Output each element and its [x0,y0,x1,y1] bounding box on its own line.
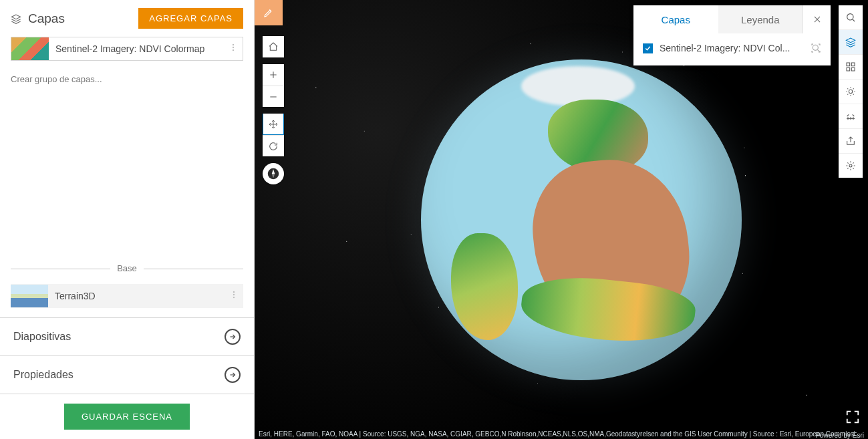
svg-point-3 [233,291,235,293]
left-panel-title: Capas [28,11,65,26]
attribution-text: Esri, HERE, Garmin, FAO, NOAA | Source: … [255,429,868,439]
basemap-thumbnail [11,285,48,307]
zoom-out-button[interactable] [263,86,284,107]
layer-name-label: Sentinel-2 Imagery: NDVI Colormap [49,43,224,54]
accordion-properties-label: Propiedades [13,369,74,381]
left-panel: Capas AGREGAR CAPAS Sentinel-2 Imagery: … [0,0,255,439]
daylight-button[interactable] [839,80,863,104]
svg-point-14 [849,164,852,167]
settings-button[interactable] [839,154,863,178]
create-layer-group-link[interactable]: Crear grupo de capas... [11,74,243,84]
basemap-gallery-button[interactable] [839,55,863,79]
edit-sketch-button[interactable] [255,0,283,25]
zoom-to-layer-button[interactable] [811,43,821,53]
globe[interactable] [421,59,742,380]
pan-button[interactable] [263,114,284,135]
layer-thumbnail [11,37,49,60]
compass-button[interactable] [263,163,284,184]
layers-rail-button[interactable] [839,30,863,54]
search-button[interactable] [839,5,863,29]
rotate-button[interactable] [263,135,284,156]
basemap-name-label: Terrain3D [48,291,225,301]
right-rail [839,5,863,178]
arrow-right-icon [225,329,241,345]
accordion-slides-label: Diapositivas [13,331,71,343]
left-panel-header: Capas AGREGAR CAPAS [0,0,254,37]
close-panel-button[interactable] [803,5,831,33]
zoom-in-button[interactable] [263,64,284,86]
svg-point-4 [233,294,235,295]
layer-visibility-checkbox[interactable] [643,43,653,53]
arrow-right-icon [225,367,241,383]
basemap-options-button[interactable] [225,290,243,302]
svg-rect-11 [847,67,850,71]
base-divider-label: Base [110,263,144,273]
fullscreen-button[interactable] [845,410,860,424]
measure-button[interactable] [839,104,863,128]
svg-rect-9 [847,63,850,66]
add-layers-button[interactable]: AGREGAR CAPAS [138,8,243,29]
layers-icon [11,13,21,24]
svg-point-13 [849,90,852,93]
accordion-properties[interactable]: Propiedades [0,355,254,394]
home-button[interactable] [263,36,284,57]
layer-options-button[interactable] [224,43,243,55]
tab-capas[interactable]: Capas [633,5,718,33]
accordion-slides[interactable]: Diapositivas [0,317,254,355]
powered-by-text: Powered by Esri [815,432,864,439]
scene-view[interactable]: Capas Leyenda Sentinel-2 Imagery: NDVI C… [255,0,868,439]
tab-leyenda[interactable]: Leyenda [718,5,803,33]
panel-layer-row[interactable]: Sentinel-2 Imagery: NDVI Col... [643,43,821,53]
panel-layer-label: Sentinel-2 Imagery: NDVI Col... [660,43,804,53]
svg-point-0 [233,44,234,45]
layer-row-sentinel2[interactable]: Sentinel-2 Imagery: NDVI Colormap [11,37,243,61]
svg-point-2 [233,49,234,51]
save-scene-button[interactable]: GUARDAR ESCENA [64,404,190,430]
svg-point-1 [233,47,234,48]
base-divider: Base [11,269,243,281]
basemap-row[interactable]: Terrain3D [11,284,243,308]
svg-point-8 [847,14,853,20]
share-button[interactable] [839,129,863,153]
svg-rect-10 [851,63,855,66]
save-bar: GUARDAR ESCENA [0,394,254,439]
globe-region [451,233,518,340]
svg-point-7 [813,45,818,50]
layers-legend-panel: Capas Leyenda Sentinel-2 Imagery: NDVI C… [633,5,831,65]
svg-point-5 [233,297,235,298]
svg-rect-12 [851,67,855,71]
map-toolbar [263,36,284,184]
